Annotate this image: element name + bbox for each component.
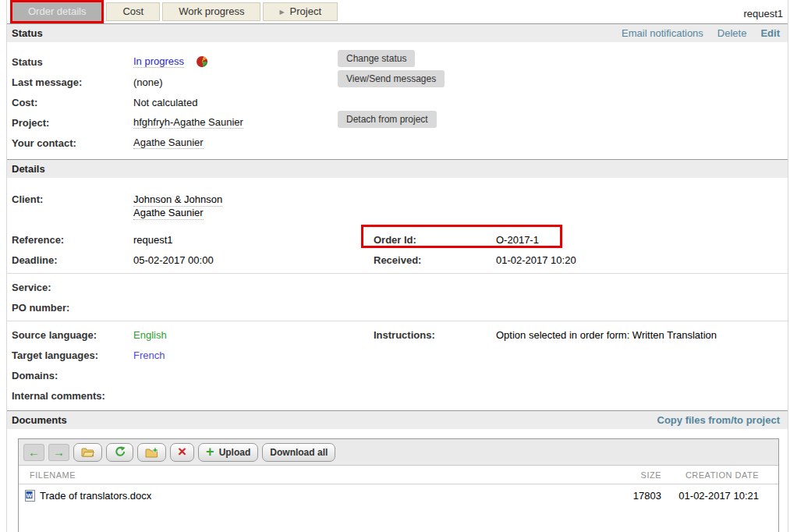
refresh-icon <box>114 446 126 458</box>
folder-open-icon <box>81 447 94 457</box>
tab-work-progress[interactable]: Work progress <box>162 2 260 21</box>
documents-table-header: FILENAME SIZE CREATION DATE <box>19 466 778 484</box>
order-reference-text: request1 <box>743 8 785 20</box>
received-label: Received: <box>374 254 496 266</box>
word-doc-icon: W <box>25 490 35 502</box>
upload-label: Upload <box>219 447 251 458</box>
details-body: Client: Johnson & Johnson Agathe Saunier… <box>7 178 788 410</box>
client-row: Client: Johnson & Johnson Agathe Saunier <box>7 193 788 220</box>
copy-files-link[interactable]: Copy files from/to project <box>657 414 780 426</box>
cost-label: Cost: <box>12 97 133 108</box>
deadline-received-row: Deadline: 05-02-2017 00:00 Received: 01-… <box>7 250 788 270</box>
source-language-row: Source language: English Instructions: O… <box>7 325 788 345</box>
download-all-label: Download all <box>270 447 328 458</box>
tab-order-details[interactable]: Order details <box>10 0 104 23</box>
arrow-right-icon: → <box>53 446 65 458</box>
filename-column-header[interactable]: FILENAME <box>19 470 591 480</box>
pie-chart-icon <box>197 56 207 67</box>
order-id-value: O-2017-1 <box>496 234 783 246</box>
tab-cost[interactable]: Cost <box>106 2 160 21</box>
documents-section: Documents Copy files from/to project ← → <box>7 410 788 532</box>
reference-orderid-row: Reference: request1 Order Id: O-2017-1 <box>7 229 788 250</box>
status-section: Status Email notifications Delete Edit S… <box>7 23 788 159</box>
target-languages-label: Target languages: <box>12 349 133 361</box>
tab-label: Cost <box>122 5 143 17</box>
source-language-label: Source language: <box>12 329 133 341</box>
green-plus-icon: + <box>206 445 214 459</box>
refresh-button[interactable] <box>106 443 133 462</box>
po-number-label: PO number: <box>12 302 133 314</box>
upload-button[interactable]: + Upload <box>198 443 258 462</box>
size-column-header[interactable]: SIZE <box>591 470 661 480</box>
new-folder-button[interactable] <box>137 443 166 462</box>
creation-date-column-header[interactable]: CREATION DATE <box>661 470 778 480</box>
status-section-bar: Status Email notifications Delete Edit <box>7 23 788 42</box>
delete-file-button[interactable]: × <box>170 443 194 462</box>
cost-value: Not calculated <box>133 97 783 108</box>
order-details-page: Order details Cost Work progress ▶Projec… <box>6 0 788 532</box>
svg-text:W: W <box>27 491 33 498</box>
view-send-messages-button[interactable]: View/Send messages <box>338 70 445 87</box>
order-id-label: Order Id: <box>374 234 496 246</box>
documents-toolbar: ← → <box>19 439 778 466</box>
tab-label: Project <box>290 5 321 17</box>
received-value: 01-02-2017 10:20 <box>496 254 783 266</box>
status-value-link[interactable]: In progress <box>133 55 184 68</box>
instructions-label: Instructions: <box>374 329 496 341</box>
service-label: Service: <box>12 282 133 293</box>
your-contact-value: Agathe Saunier <box>133 137 204 149</box>
divider <box>7 321 788 321</box>
arrow-left-icon: ← <box>28 446 40 458</box>
download-all-button[interactable]: Download all <box>262 443 335 462</box>
file-size: 17803 <box>591 490 661 502</box>
client-company: Johnson & Johnson <box>133 193 222 207</box>
file-creation-date: 01-02-2017 10:21 <box>661 490 778 502</box>
status-label: Status <box>12 56 133 68</box>
cost-row: Cost: Not calculated <box>12 92 783 112</box>
instructions-value: Option selected in order form: Written T… <box>496 329 783 341</box>
your-contact-label: Your contact: <box>12 137 133 149</box>
status-bar-links: Email notifications Delete Edit <box>622 27 780 39</box>
file-row[interactable]: W Trade of translators.docx 17803 01-02-… <box>19 484 778 506</box>
folder-plus-icon <box>145 447 158 458</box>
domains-row: Domains: <box>7 365 788 385</box>
tab-bar: Order details Cost Work progress ▶Projec… <box>7 0 788 23</box>
details-section-bar: Details <box>7 159 788 178</box>
divider <box>7 273 788 274</box>
client-contact-person: Agathe Saunier <box>133 207 204 220</box>
triangle-right-icon: ▶ <box>279 9 284 16</box>
source-language-value: English <box>133 329 374 341</box>
forward-button[interactable]: → <box>48 444 69 461</box>
deadline-label: Deadline: <box>12 254 133 266</box>
tab-label: Work progress <box>179 5 244 17</box>
tab-project[interactable]: ▶Project <box>263 2 338 21</box>
domains-label: Domains: <box>12 370 133 381</box>
reference-label: Reference: <box>12 234 133 246</box>
documents-file-panel: ← → <box>18 438 779 532</box>
documents-section-title: Documents <box>12 414 67 426</box>
back-button[interactable]: ← <box>23 444 44 461</box>
documents-section-bar: Documents Copy files from/to project <box>7 410 788 429</box>
detach-from-project-button[interactable]: Detach from project <box>338 111 437 128</box>
target-languages-row: Target languages: French <box>7 345 788 365</box>
edit-link[interactable]: Edit <box>760 27 780 39</box>
delete-x-icon: × <box>178 444 186 459</box>
internal-comments-label: Internal comments: <box>12 390 133 402</box>
client-label: Client: <box>12 193 133 220</box>
your-contact-row: Your contact: Agathe Saunier <box>12 133 783 153</box>
tab-label: Order details <box>28 5 86 17</box>
details-section: Details Client: Johnson & Johnson Agathe… <box>7 159 788 410</box>
internal-comments-row: Internal comments: <box>7 385 788 406</box>
status-body: Status In progress Last message: (none) … <box>7 42 788 159</box>
target-languages-value: French <box>133 349 783 361</box>
open-folder-button[interactable] <box>73 443 102 462</box>
last-message-value: (none) <box>133 76 783 88</box>
file-name: Trade of translators.docx <box>40 490 151 502</box>
last-message-label: Last message: <box>12 76 133 88</box>
delete-link[interactable]: Delete <box>717 27 747 39</box>
change-status-button[interactable]: Change status <box>338 50 415 67</box>
project-label: Project: <box>12 117 133 129</box>
email-notifications-link[interactable]: Email notifications <box>622 27 703 39</box>
status-section-title: Status <box>12 27 43 39</box>
deadline-value: 05-02-2017 00:00 <box>133 254 374 266</box>
